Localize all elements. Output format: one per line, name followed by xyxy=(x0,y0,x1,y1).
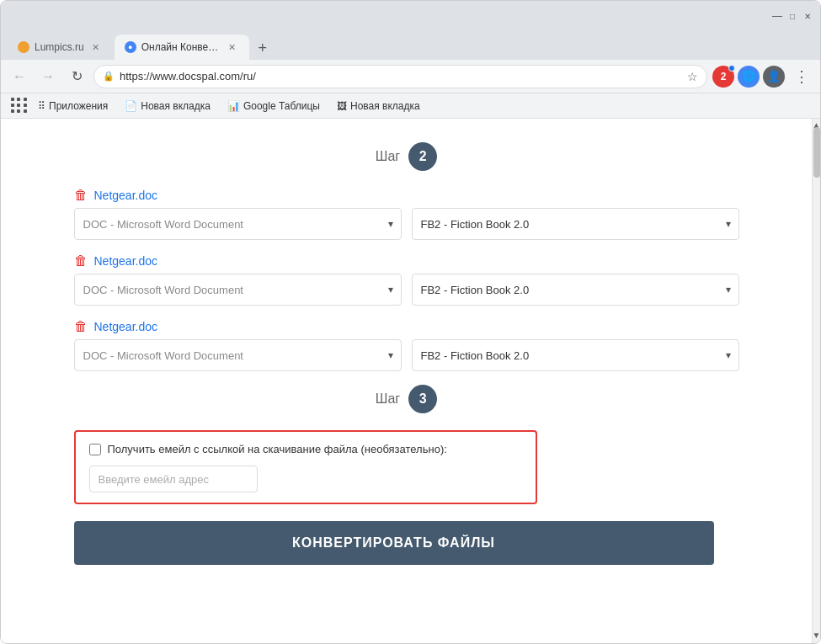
notification-dot xyxy=(728,65,735,72)
source-format-select-1[interactable]: DOC - Microsoft Word Document xyxy=(74,208,402,240)
scrollbar: ▲ ▼ xyxy=(812,119,820,643)
window-controls: — □ ✕ xyxy=(771,10,813,22)
file-name-3: Netgear.doc xyxy=(94,320,158,333)
file-row-1: 🗑 Netgear.doc DOC - Microsoft Word Docum… xyxy=(74,188,739,240)
email-checkbox-row: Получить емейл с ссылкой на скачивание ф… xyxy=(89,442,522,457)
step3-row: Шаг 3 xyxy=(74,385,739,413)
tab-favicon-docspal: ● xyxy=(125,41,136,53)
step3-section: Шаг 3 Получить емейл с ссылкой на скачив… xyxy=(74,385,739,504)
tab-close-lumpics[interactable]: ✕ xyxy=(89,40,103,54)
refresh-button[interactable]: ↻ xyxy=(65,65,88,88)
trash-icon-3[interactable]: 🗑 xyxy=(74,319,88,334)
step3-label: Шаг xyxy=(376,391,400,407)
bookmark-label-newtab2: Новая вкладка xyxy=(350,100,420,112)
tab-close-docspal[interactable]: ✕ xyxy=(226,40,239,54)
source-format-wrapper-3: DOC - Microsoft Word Document ▾ xyxy=(74,339,402,371)
file-name-row-3: 🗑 Netgear.doc xyxy=(74,319,739,334)
source-format-wrapper-1: DOC - Microsoft Word Document ▾ xyxy=(74,208,402,240)
address-bar: ← → ↻ 🔒 ☆ 2 🌐 👤 ⋮ xyxy=(1,60,820,93)
tab-title-lumpics: Lumpics.ru xyxy=(35,41,84,53)
apps-launcher[interactable] xyxy=(11,98,28,114)
email-box: Получить емейл с ссылкой на скачивание ф… xyxy=(74,430,537,504)
source-format-select-2[interactable]: DOC - Microsoft Word Document xyxy=(74,274,402,306)
source-format-select-3[interactable]: DOC - Microsoft Word Document xyxy=(74,339,402,371)
title-bar: — □ ✕ xyxy=(1,1,820,31)
profile-badge[interactable]: 2 xyxy=(712,66,734,88)
minimize-button[interactable]: — xyxy=(771,10,783,22)
scroll-thumb[interactable] xyxy=(813,127,820,178)
convert-button[interactable]: КОНВЕРТИРОВАТЬ ФАЙЛЫ xyxy=(74,521,714,565)
email-input[interactable] xyxy=(89,466,258,492)
step2-row: Шаг 2 xyxy=(74,142,739,171)
source-format-wrapper-2: DOC - Microsoft Word Document ▾ xyxy=(74,274,402,306)
chrome-menu-button[interactable]: ⋮ xyxy=(790,65,813,88)
email-checkbox-label: Получить емейл с ссылкой на скачивание ф… xyxy=(108,442,447,457)
image-icon: 🖼 xyxy=(337,100,347,112)
file-name-2: Netgear.doc xyxy=(94,254,158,268)
target-format-wrapper-2: FB2 - Fiction Book 2.0 ▾ xyxy=(412,274,739,306)
bookmark-label-newtab1: Новая вкладка xyxy=(141,100,211,112)
lock-icon: 🔒 xyxy=(103,71,115,82)
dropdowns-row-3: DOC - Microsoft Word Document ▾ FB2 - Fi… xyxy=(74,339,739,371)
file-row-3: 🗑 Netgear.doc DOC - Microsoft Word Docum… xyxy=(74,319,739,371)
back-button[interactable]: ← xyxy=(8,65,31,88)
globe-icon[interactable]: 🌐 xyxy=(738,66,760,88)
apps-icon: ⠿ xyxy=(38,100,45,112)
target-format-select-2[interactable]: FB2 - Fiction Book 2.0 xyxy=(412,274,739,306)
target-format-wrapper-1: FB2 - Fiction Book 2.0 ▾ xyxy=(412,208,739,240)
profile-avatar[interactable]: 👤 xyxy=(763,66,785,88)
target-format-select-1[interactable]: FB2 - Fiction Book 2.0 xyxy=(412,208,739,240)
dropdowns-row-1: DOC - Microsoft Word Document ▾ FB2 - Fi… xyxy=(74,208,739,240)
dropdowns-row-2: DOC - Microsoft Word Document ▾ FB2 - Fi… xyxy=(74,274,739,306)
step2-circle: 2 xyxy=(408,142,437,171)
target-format-select-3[interactable]: FB2 - Fiction Book 2.0 xyxy=(412,339,739,371)
url-bar: 🔒 ☆ xyxy=(93,65,707,88)
close-button[interactable]: ✕ xyxy=(802,10,813,22)
bookmark-star-icon[interactable]: ☆ xyxy=(687,70,698,83)
maximize-button[interactable]: □ xyxy=(786,10,798,22)
new-tab-button[interactable]: + xyxy=(251,36,275,60)
tabs-bar: Lumpics.ru ✕ ● Онлайн Конвертер Файлов -… xyxy=(1,31,820,60)
tab-favicon-lumpics xyxy=(18,41,29,53)
target-format-wrapper-3: FB2 - Fiction Book 2.0 ▾ xyxy=(412,339,739,371)
bookmark-label-sheets: Google Таблицы xyxy=(243,100,320,112)
tab-docspal[interactable]: ● Онлайн Конвертер Файлов - D... ✕ xyxy=(115,35,249,60)
browser-window: — □ ✕ Lumpics.ru ✕ ● Онлайн Конвертер Фа… xyxy=(0,0,821,644)
file-name-row-1: 🗑 Netgear.doc xyxy=(74,188,739,203)
tab-title-docspal: Онлайн Конвертер Файлов - D... xyxy=(141,41,221,53)
page-scroll-area[interactable]: Шаг 2 🗑 Netgear.doc DOC - Microsoft Word… xyxy=(1,119,812,643)
step3-circle: 3 xyxy=(408,385,437,413)
email-checkbox[interactable] xyxy=(89,444,101,455)
trash-icon-1[interactable]: 🗑 xyxy=(74,188,88,203)
doc-icon: 📄 xyxy=(125,100,137,112)
tab-lumpics[interactable]: Lumpics.ru ✕ xyxy=(8,35,113,60)
page-inner: Шаг 2 🗑 Netgear.doc DOC - Microsoft Word… xyxy=(40,119,773,643)
scroll-down-arrow[interactable]: ▼ xyxy=(811,629,820,641)
bookmark-label-apps: Приложения xyxy=(49,100,108,112)
file-row-2: 🗑 Netgear.doc DOC - Microsoft Word Docum… xyxy=(74,253,739,306)
step2-label: Шаг xyxy=(376,149,400,164)
file-name-row-2: 🗑 Netgear.doc xyxy=(74,253,739,269)
url-input[interactable] xyxy=(120,70,682,82)
forward-button[interactable]: → xyxy=(36,65,60,88)
bookmark-new-tab-1[interactable]: 📄 Новая вкладка xyxy=(118,98,217,114)
bookmarks-bar: ⠿ Приложения 📄 Новая вкладка 📊 Google Та… xyxy=(1,93,820,119)
file-name-1: Netgear.doc xyxy=(94,189,158,202)
sheets-icon: 📊 xyxy=(227,100,240,112)
trash-icon-2[interactable]: 🗑 xyxy=(74,253,88,269)
bookmark-new-tab-2[interactable]: 🖼 Новая вкладка xyxy=(330,98,427,114)
bookmark-prilojeniya[interactable]: ⠿ Приложения xyxy=(31,98,115,114)
content-area: Шаг 2 🗑 Netgear.doc DOC - Microsoft Word… xyxy=(1,119,820,643)
profile-area: 2 🌐 👤 xyxy=(712,66,785,88)
bookmark-google-sheets[interactable]: 📊 Google Таблицы xyxy=(221,98,327,114)
